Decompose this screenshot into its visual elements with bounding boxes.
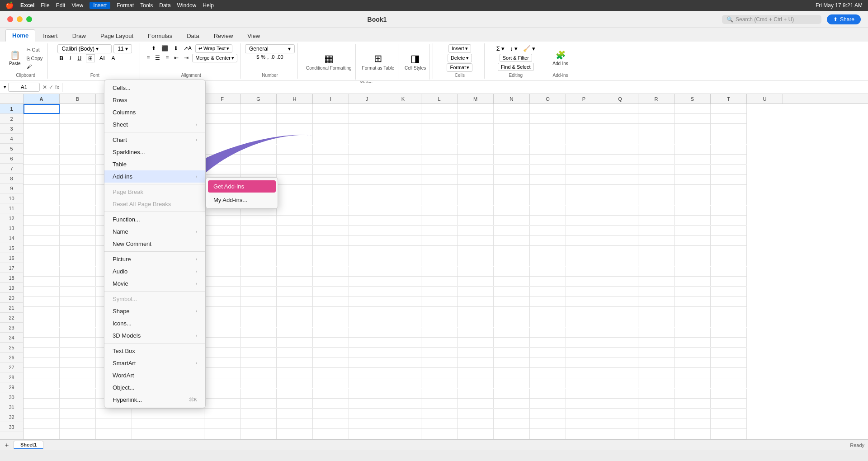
cell[interactable] — [566, 195, 602, 205]
cell[interactable] — [530, 389, 566, 399]
cell[interactable] — [204, 358, 241, 368]
cell[interactable] — [277, 195, 313, 205]
cell[interactable] — [60, 409, 96, 419]
cell[interactable] — [24, 145, 60, 155]
cell[interactable] — [204, 145, 241, 155]
cell[interactable] — [675, 358, 711, 368]
cell[interactable] — [638, 399, 675, 409]
format-as-table-button[interactable]: ⊞ Format as Table — [359, 44, 399, 80]
cell[interactable] — [241, 155, 277, 165]
cell[interactable] — [494, 287, 530, 297]
cell[interactable] — [349, 114, 385, 124]
cell[interactable] — [711, 206, 747, 216]
cell[interactable] — [638, 175, 675, 185]
cell[interactable] — [566, 409, 602, 419]
cell[interactable] — [385, 389, 421, 399]
cell[interactable] — [313, 155, 349, 165]
cell[interactable] — [458, 226, 494, 236]
cell[interactable] — [60, 104, 96, 114]
cell[interactable] — [60, 399, 96, 409]
cell[interactable] — [602, 114, 638, 124]
cell[interactable] — [421, 175, 458, 185]
row-header-10[interactable]: 10 — [0, 193, 23, 203]
cell[interactable] — [349, 317, 385, 327]
row-header-16[interactable]: 16 — [0, 253, 23, 263]
cell[interactable] — [204, 277, 241, 287]
cell[interactable] — [494, 195, 530, 205]
align-top-button[interactable]: ⬆ — [150, 44, 158, 53]
cell[interactable] — [602, 287, 638, 297]
cell[interactable] — [204, 409, 241, 419]
row-header-27[interactable]: 27 — [0, 362, 23, 372]
name-box-dropdown[interactable]: ▾ — [4, 84, 6, 90]
cell[interactable] — [241, 358, 277, 368]
cell[interactable] — [24, 216, 60, 226]
paste-button[interactable]: 📋 Paste — [6, 47, 24, 69]
addins-button[interactable]: 🧩 Add-Ins — [550, 47, 571, 69]
cell[interactable] — [711, 419, 747, 429]
cell[interactable] — [530, 226, 566, 236]
cell[interactable] — [494, 317, 530, 327]
cell[interactable] — [204, 165, 241, 175]
menu-page-break[interactable]: Page Break — [104, 186, 205, 198]
cell[interactable] — [60, 134, 96, 144]
minimize-button[interactable] — [17, 16, 23, 22]
cell[interactable] — [277, 134, 313, 144]
cell[interactable] — [421, 419, 458, 429]
cell[interactable] — [458, 134, 494, 144]
cell[interactable] — [458, 277, 494, 287]
cell[interactable] — [711, 134, 747, 144]
cell[interactable] — [277, 307, 313, 317]
cell[interactable] — [602, 317, 638, 327]
cell[interactable] — [277, 114, 313, 124]
row-header-32[interactable]: 32 — [0, 412, 23, 422]
cell[interactable] — [638, 338, 675, 348]
cell[interactable] — [494, 236, 530, 246]
row-header-33[interactable]: 33 — [0, 422, 23, 432]
cell[interactable] — [349, 419, 385, 429]
cell[interactable] — [349, 368, 385, 378]
cell[interactable] — [421, 185, 458, 195]
percent-button[interactable]: % — [261, 54, 265, 60]
cell[interactable] — [60, 256, 96, 266]
cell[interactable] — [421, 195, 458, 205]
sheet-tab-1[interactable]: Sheet1 — [14, 441, 43, 449]
cell[interactable] — [530, 145, 566, 155]
cell[interactable] — [60, 145, 96, 155]
cell[interactable] — [711, 297, 747, 307]
cell[interactable] — [313, 338, 349, 348]
cell[interactable] — [241, 419, 277, 429]
cell[interactable] — [530, 368, 566, 378]
cell[interactable] — [204, 399, 241, 409]
cell[interactable] — [675, 399, 711, 409]
cell[interactable] — [277, 155, 313, 165]
cell[interactable] — [277, 267, 313, 277]
cell[interactable] — [638, 368, 675, 378]
cell[interactable] — [638, 317, 675, 327]
row-header-13[interactable]: 13 — [0, 223, 23, 233]
cell[interactable] — [204, 429, 241, 439]
cell[interactable] — [204, 226, 241, 236]
cell[interactable] — [24, 429, 60, 439]
row-header-20[interactable]: 20 — [0, 293, 23, 303]
cell[interactable] — [60, 226, 96, 236]
cell[interactable] — [711, 114, 747, 124]
cell[interactable] — [313, 216, 349, 226]
cell[interactable] — [385, 216, 421, 226]
cell[interactable] — [421, 317, 458, 327]
cell[interactable] — [277, 378, 313, 388]
clear-button[interactable]: 🧹 ▾ — [521, 44, 537, 53]
cell[interactable] — [349, 185, 385, 195]
cell[interactable] — [277, 256, 313, 266]
cell[interactable] — [638, 348, 675, 358]
cell[interactable] — [349, 134, 385, 144]
cell[interactable] — [385, 277, 421, 287]
cell[interactable] — [277, 165, 313, 175]
row-header-24[interactable]: 24 — [0, 333, 23, 343]
cell[interactable] — [675, 287, 711, 297]
col-header-t[interactable]: T — [711, 94, 747, 103]
cell[interactable] — [711, 236, 747, 246]
cell[interactable] — [530, 297, 566, 307]
cell[interactable] — [638, 429, 675, 439]
menu-picture[interactable]: Picture › — [104, 253, 205, 265]
